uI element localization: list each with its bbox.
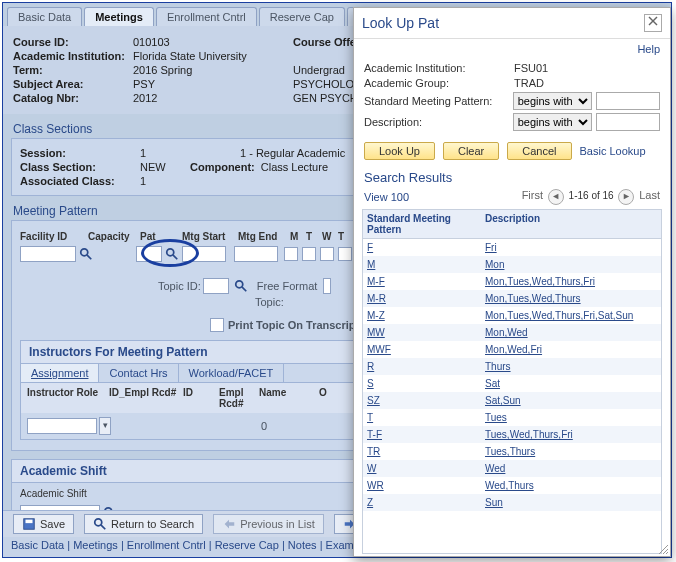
results-cell-description[interactable]: Mon,Tues,Wed,Thurs,Fri,Sat,Sun (481, 307, 661, 324)
results-row[interactable]: T-FTues,Wed,Thurs,Fri (363, 426, 661, 443)
results-row[interactable]: TTues (363, 409, 661, 426)
footer-notes[interactable]: Notes (288, 539, 317, 551)
results-cell-description[interactable]: Mon,Tues,Wed,Thurs (481, 290, 661, 307)
footer-basic-data[interactable]: Basic Data (11, 539, 64, 551)
basic-lookup-link[interactable]: Basic Lookup (580, 145, 646, 157)
results-row[interactable]: TRTues,Thurs (363, 443, 661, 460)
clear-button[interactable]: Clear (443, 142, 499, 160)
results-row[interactable]: MWMon,Wed (363, 324, 661, 341)
footer-reserve-cap[interactable]: Reserve Cap (215, 539, 279, 551)
results-row[interactable]: SSat (363, 375, 661, 392)
modal-close-button[interactable] (644, 14, 662, 32)
results-row[interactable]: MWFMon,Wed,Fri (363, 341, 661, 358)
results-cell-pattern[interactable]: T-F (363, 426, 481, 443)
results-row[interactable]: M-FMon,Tues,Wed,Thurs,Fri (363, 273, 661, 290)
footer-exam[interactable]: Exam (326, 539, 354, 551)
results-row[interactable]: RThurs (363, 358, 661, 375)
prev-page-icon[interactable]: ◄ (548, 189, 564, 205)
lookup-button[interactable]: Look Up (364, 142, 435, 160)
facility-input[interactable] (20, 246, 76, 262)
results-cell-pattern[interactable]: M (363, 256, 481, 273)
save-button[interactable]: Save (13, 514, 74, 534)
results-cell-description[interactable]: Fri (481, 239, 661, 256)
view-100-link[interactable]: View 100 (364, 191, 409, 203)
results-row[interactable]: ZSun (363, 494, 661, 511)
facility-lookup-icon[interactable] (79, 247, 93, 261)
results-cell-description[interactable]: Thurs (481, 358, 661, 375)
results-cell-description[interactable]: Tues,Wed,Thurs,Fri (481, 426, 661, 443)
results-row[interactable]: MMon (363, 256, 661, 273)
topic-id-input[interactable] (203, 278, 229, 294)
results-cell-description[interactable]: Mon,Wed,Fri (481, 341, 661, 358)
results-cell-description[interactable]: Tues (481, 409, 661, 426)
modal-help-link[interactable]: Help (354, 39, 670, 59)
results-cell-description[interactable]: Mon (481, 256, 661, 273)
modal-std-input[interactable] (596, 92, 660, 110)
footer-enrollment[interactable]: Enrollment Cntrl (127, 539, 206, 551)
tab-enrollment-cntrl[interactable]: Enrollment Cntrl (156, 7, 257, 26)
tab-meetings[interactable]: Meetings (84, 7, 154, 26)
results-row[interactable]: M-RMon,Tues,Wed,Thurs (363, 290, 661, 307)
instr-tab-workload[interactable]: Workload/FACET (179, 364, 285, 382)
footer-meetings[interactable]: Meetings (73, 539, 118, 551)
results-cell-pattern[interactable]: TR (363, 443, 481, 460)
cancel-button[interactable]: Cancel (507, 142, 571, 160)
results-cell-pattern[interactable]: M-Z (363, 307, 481, 324)
free-format-input[interactable] (323, 278, 331, 294)
results-cell-description[interactable]: Sun (481, 494, 661, 511)
last-label[interactable]: Last (639, 189, 660, 201)
return-button[interactable]: Return to Search (84, 514, 203, 534)
results-cell-description[interactable]: Tues,Thurs (481, 443, 661, 460)
chk-t[interactable] (302, 247, 316, 261)
tab-reserve-cap[interactable]: Reserve Cap (259, 7, 345, 26)
results-cell-pattern[interactable]: F (363, 239, 481, 256)
results-cell-pattern[interactable]: S (363, 375, 481, 392)
results-cell-pattern[interactable]: MWF (363, 341, 481, 358)
modal-desc-input[interactable] (596, 113, 660, 131)
results-head-c1[interactable]: Standard Meeting Pattern (363, 210, 481, 238)
modal-std-op[interactable]: begins with (513, 92, 592, 110)
results-cell-pattern[interactable]: R (363, 358, 481, 375)
modal-std-label: Standard Meeting Pattern: (364, 95, 513, 107)
results-cell-pattern[interactable]: Z (363, 494, 481, 511)
mtg-start-input[interactable] (182, 246, 226, 262)
results-cell-pattern[interactable]: M-F (363, 273, 481, 290)
next-page-icon[interactable]: ► (618, 189, 634, 205)
pat-lookup-icon[interactable] (165, 247, 179, 261)
topic-lookup-icon[interactable] (234, 279, 248, 293)
resize-handle-icon[interactable] (657, 543, 669, 555)
results-row[interactable]: FFri (363, 239, 661, 256)
results-row[interactable]: WWed (363, 460, 661, 477)
first-label[interactable]: First (522, 189, 543, 201)
results-cell-description[interactable]: Wed,Thurs (481, 477, 661, 494)
chk-print-topic[interactable] (210, 318, 224, 332)
results-cell-description[interactable]: Mon,Tues,Wed,Thurs,Fri (481, 273, 661, 290)
modal-desc-op[interactable]: begins with (513, 113, 592, 131)
results-cell-description[interactable]: Wed (481, 460, 661, 477)
results-cell-description[interactable]: Mon,Wed (481, 324, 661, 341)
results-cell-pattern[interactable]: W (363, 460, 481, 477)
results-cell-pattern[interactable]: M-R (363, 290, 481, 307)
results-cell-pattern[interactable]: WR (363, 477, 481, 494)
chk-m[interactable] (284, 247, 298, 261)
instr-tab-contact-hrs[interactable]: Contact Hrs (99, 364, 178, 382)
instr-role-dropdown-icon[interactable]: ▾ (99, 417, 111, 435)
results-row[interactable]: SZSat,Sun (363, 392, 661, 409)
results-row[interactable]: WRWed,Thurs (363, 477, 661, 494)
chk-th[interactable] (338, 247, 352, 261)
pat-input[interactable] (136, 246, 162, 262)
subject-value: PSY (133, 78, 293, 90)
mtg-end-input[interactable] (234, 246, 278, 262)
prev-button[interactable]: Previous in List (213, 514, 324, 534)
results-cell-description[interactable]: Sat,Sun (481, 392, 661, 409)
results-cell-pattern[interactable]: SZ (363, 392, 481, 409)
tab-basic-data[interactable]: Basic Data (7, 7, 82, 26)
results-row[interactable]: M-ZMon,Tues,Wed,Thurs,Fri,Sat,Sun (363, 307, 661, 324)
instr-role-input[interactable] (27, 418, 97, 434)
results-head-c2[interactable]: Description (481, 210, 661, 238)
results-cell-description[interactable]: Sat (481, 375, 661, 392)
results-cell-pattern[interactable]: MW (363, 324, 481, 341)
chk-w[interactable] (320, 247, 334, 261)
instr-tab-assignment[interactable]: Assignment (21, 364, 99, 382)
results-cell-pattern[interactable]: T (363, 409, 481, 426)
